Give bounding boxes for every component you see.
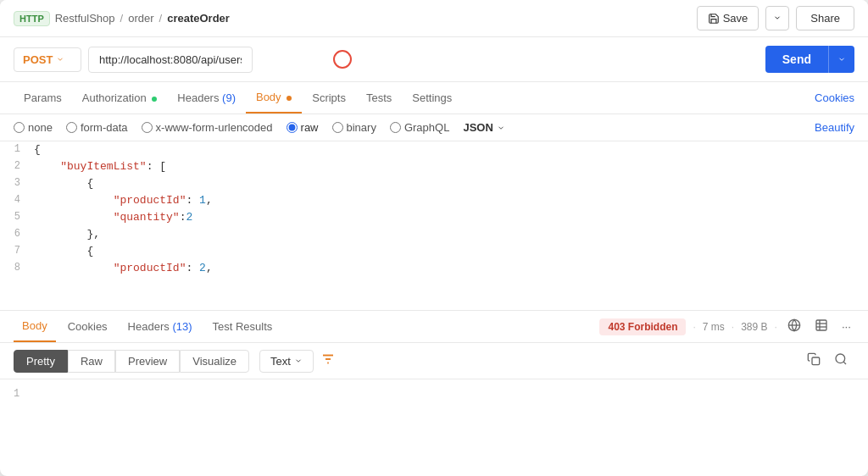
response-size: 389 B <box>741 321 767 333</box>
tab-scripts[interactable]: Scripts <box>302 83 356 113</box>
breadcrumb-part3: createOrder <box>167 12 230 25</box>
app-container: HTTP RestfulShop / order / createOrder S… <box>0 0 868 476</box>
method-label: POST <box>23 53 53 66</box>
send-dropdown-button[interactable] <box>828 46 854 73</box>
globe-icon-button[interactable] <box>784 315 804 338</box>
text-chevron-icon <box>294 357 303 365</box>
authorization-dot <box>152 97 157 102</box>
format-none[interactable]: none <box>14 121 53 134</box>
tab-body[interactable]: Body <box>246 82 302 113</box>
search-button[interactable] <box>827 349 854 373</box>
tab-params[interactable]: Params <box>14 83 72 113</box>
table-icon <box>815 318 828 332</box>
request-tabs-row: Params Authorization Headers (9) Body Sc… <box>0 82 868 114</box>
send-chevron-icon <box>837 55 846 64</box>
search-icon <box>834 352 848 366</box>
top-bar: HTTP RestfulShop / order / createOrder S… <box>0 0 868 37</box>
resp-tab-body[interactable]: Body <box>14 311 56 342</box>
code-line-5: 5 "quantity":2 <box>0 209 868 226</box>
code-line-7: 7 { <box>0 243 868 260</box>
tab-settings[interactable]: Settings <box>402 83 462 113</box>
code-line-4: 4 "productId": 1, <box>0 192 868 209</box>
url-input[interactable] <box>88 47 253 73</box>
svg-line-11 <box>843 362 846 364</box>
send-group: Send <box>765 46 854 73</box>
tab-authorization[interactable]: Authorization <box>72 83 168 113</box>
format-binary[interactable]: binary <box>332 121 376 134</box>
svg-point-10 <box>836 354 845 363</box>
breadcrumb-part2: order <box>128 12 153 25</box>
format-button-group: Pretty Raw Preview Visualize <box>14 350 249 373</box>
response-time: 7 ms <box>703 321 725 333</box>
method-select[interactable]: POST <box>14 47 81 72</box>
body-dot <box>287 96 292 101</box>
response-meta: 403 Forbidden · 7 ms · 389 B · ··· <box>599 315 854 338</box>
resp-line-1: 1 <box>14 386 854 403</box>
url-annotation-circle <box>333 50 352 69</box>
status-badge: 403 Forbidden <box>599 318 686 335</box>
save-button[interactable]: Save <box>697 6 760 30</box>
breadcrumb-part1: RestfulShop <box>55 12 115 25</box>
json-type-select[interactable]: JSON <box>463 121 504 134</box>
text-label: Text <box>270 355 291 368</box>
fmt-raw-button[interactable]: Raw <box>68 350 115 373</box>
send-button[interactable]: Send <box>765 46 828 73</box>
resp-tab-cookies[interactable]: Cookies <box>59 312 116 341</box>
fmt-preview-button[interactable]: Preview <box>115 350 180 373</box>
breadcrumb-sep2: / <box>159 12 163 25</box>
response-body: 1 <box>0 379 868 422</box>
code-editor[interactable]: 1 { 2 "buyItemList": [ 3 { 4 "productId"… <box>0 141 868 311</box>
http-badge: HTTP <box>14 11 50 26</box>
save-dropdown-button[interactable] <box>765 6 789 30</box>
resp-format-row: Pretty Raw Preview Visualize Text <box>0 343 868 379</box>
beautify-button[interactable]: Beautify <box>815 121 854 134</box>
resp-tab-headers[interactable]: Headers (13) <box>120 312 201 341</box>
resp-tab-test-results[interactable]: Test Results <box>204 312 281 341</box>
breadcrumb: HTTP RestfulShop / order / createOrder <box>14 11 230 26</box>
format-graphql[interactable]: GraphQL <box>390 121 449 134</box>
filter-icon-button[interactable] <box>314 348 342 374</box>
json-chevron-icon <box>497 124 505 132</box>
text-type-select[interactable]: Text <box>259 350 314 373</box>
copy-button[interactable] <box>800 349 827 373</box>
code-line-8: 8 "productId": 2, <box>0 260 868 277</box>
more-options-button[interactable]: ··· <box>838 317 854 336</box>
fmt-visualize-button[interactable]: Visualize <box>180 350 249 373</box>
fmt-pretty-button[interactable]: Pretty <box>14 350 68 373</box>
copy-icon <box>807 352 821 366</box>
globe-icon <box>787 318 801 332</box>
cookies-link[interactable]: Cookies <box>815 91 854 104</box>
svg-rect-2 <box>816 320 826 330</box>
breadcrumb-sep1: / <box>120 12 124 25</box>
json-label: JSON <box>463 121 492 134</box>
table-icon-button[interactable] <box>811 315 832 338</box>
chevron-down-icon <box>773 14 782 22</box>
top-bar-right: Save Share <box>697 6 854 30</box>
method-chevron-icon <box>56 55 64 64</box>
tab-tests[interactable]: Tests <box>356 83 402 113</box>
code-line-1: 1 { <box>0 141 868 158</box>
code-line-3: 3 { <box>0 175 868 192</box>
format-form-data[interactable]: form-data <box>66 121 128 134</box>
url-bar: POST Send <box>0 37 868 82</box>
code-line-2: 2 "buyItemList": [ <box>0 158 868 175</box>
svg-rect-9 <box>812 357 820 365</box>
format-urlencoded[interactable]: x-www-form-urlencoded <box>142 121 273 134</box>
format-raw[interactable]: raw <box>287 121 319 134</box>
response-tabs-row: Body Cookies Headers (13) Test Results 4… <box>0 311 868 343</box>
code-line-6: 6 }, <box>0 226 868 243</box>
filter-icon <box>320 351 336 367</box>
url-input-wrapper <box>88 47 759 73</box>
response-area: Body Cookies Headers (13) Test Results 4… <box>0 311 868 422</box>
tab-headers[interactable]: Headers (9) <box>167 83 246 113</box>
save-label: Save <box>723 12 748 25</box>
share-button[interactable]: Share <box>796 6 854 30</box>
format-row: none form-data x-www-form-urlencoded raw… <box>0 114 868 141</box>
save-icon <box>708 13 720 25</box>
